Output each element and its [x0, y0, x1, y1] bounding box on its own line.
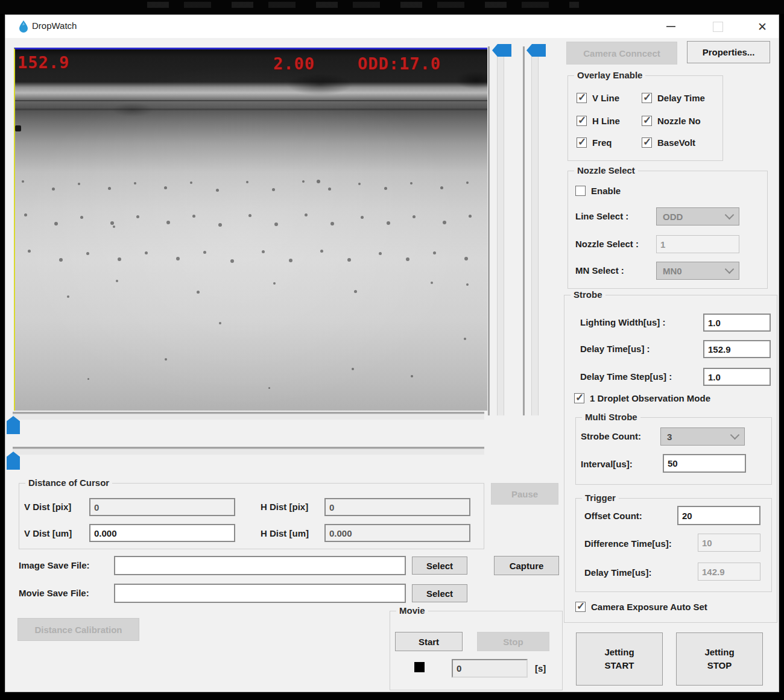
background-strip [0, 0, 784, 14]
strobe-group: Strobe Lighting Width[us] : Delay Time[u… [564, 295, 777, 623]
close-icon: ✕ [757, 20, 767, 34]
delay-time-step-field[interactable] [703, 368, 771, 386]
nozzle-enable-checkbox-icon[interactable] [575, 186, 586, 196]
checkbox-nozzle-enable[interactable]: Enable [575, 186, 621, 196]
strobe-count-label: Strobe Count: [581, 431, 641, 441]
droplet-mode-checkbox-icon[interactable] [574, 393, 584, 403]
difference-time-label: Difference Time[us]: [584, 538, 672, 549]
camera-connect-button: Camera Conncect [566, 42, 677, 65]
mn-select-value: MN0 [663, 266, 682, 276]
maximize-icon [713, 22, 723, 32]
jetting-stop-button[interactable]: Jetting STOP [676, 632, 763, 686]
movie-start-button[interactable]: Start [395, 632, 463, 651]
dropwatch-window: DropWatch ✕ 152.9 2.00 ODD:17.0 [5, 14, 779, 692]
difference-time-field [698, 534, 760, 552]
h-line-checkbox-icon[interactable] [577, 116, 587, 126]
title-bar[interactable]: DropWatch ✕ [5, 15, 779, 38]
strobe-delay-time-field[interactable] [703, 340, 771, 358]
checkbox-h-line[interactable]: H Line [577, 116, 620, 126]
checkbox-basevolt[interactable]: BaseVolt [642, 137, 695, 148]
movie-group: Movie Start Stop [s] [390, 611, 563, 690]
mn-select-label: MN Select : [575, 265, 624, 276]
camera-exposure-checkbox-icon[interactable] [575, 602, 586, 612]
movie-select-button[interactable]: Select [412, 584, 467, 602]
checkbox-droplet-observation-mode[interactable]: 1 Droplet Observation Mode [574, 393, 710, 403]
overlay-enable-title: Overlay Enable [574, 70, 645, 80]
strobe-count-dropdown: 3 [660, 427, 745, 446]
line-select-value: ODD [663, 212, 683, 222]
h-dist-pix-label: H Dist [pix] [261, 502, 308, 512]
trigger-title: Trigger [582, 493, 619, 503]
mn-select-dropdown: MN0 [656, 262, 739, 280]
delay-time-step-label: Delay Time Step[us] : [580, 371, 672, 382]
distance-calibration-button: Distance Calibration [17, 618, 139, 641]
capture-button[interactable]: Capture [494, 556, 559, 575]
pause-button: Pause [491, 483, 558, 505]
droplet-dots-layer [15, 49, 487, 411]
nozzle-select-group: Nozzle Select Enable Line Select : ODD N… [567, 171, 768, 289]
freq-checkbox-icon[interactable] [577, 137, 587, 148]
movie-stop-button: Stop [477, 632, 549, 651]
v-dist-pix-label: V Dist [pix] [24, 502, 71, 512]
nozzle-select-label: Nozzle Select : [575, 239, 639, 249]
nozzle-select-field [656, 235, 739, 253]
minimize-button[interactable] [657, 15, 684, 38]
image-save-file-label: Image Save File: [19, 560, 90, 570]
checkbox-freq[interactable]: Freq [577, 137, 612, 148]
checkbox-delay-time[interactable]: Delay Time [642, 93, 705, 103]
v-slider1-track[interactable] [488, 46, 490, 415]
maximize-button[interactable] [704, 15, 732, 38]
strobe-delay-time-label: Delay Time[us] : [580, 344, 650, 354]
overlay-enable-group: Overlay Enable V Line Delay Time H Line … [567, 75, 723, 161]
movie-save-file-label: Movie Save File: [19, 588, 89, 598]
overlay-freq: 2.00 [273, 54, 315, 73]
v-slider2-groove[interactable] [531, 46, 539, 415]
movie-group-title: Movie [396, 605, 428, 616]
close-button[interactable]: ✕ [748, 15, 776, 38]
background-artifacts [127, 2, 579, 8]
v-dist-um-field[interactable] [89, 524, 235, 542]
movie-time-field [452, 659, 528, 678]
movie-unit-label: [s] [535, 663, 546, 673]
overlay-nozzle-no: ODD:17.0 [358, 54, 441, 73]
h-slider2-groove[interactable] [13, 449, 484, 455]
image-select-button[interactable]: Select [412, 557, 467, 575]
camera-view[interactable]: 152.9 2.00 ODD:17.0 [14, 48, 487, 411]
v-slider1-handle[interactable] [492, 44, 511, 57]
lighting-width-field[interactable] [703, 314, 771, 332]
trigger-group: Trigger Offset Count: Difference Time[us… [575, 498, 772, 592]
multi-strobe-title: Multi Strobe [582, 412, 640, 422]
minimize-icon [666, 26, 675, 27]
checkbox-nozzle-no[interactable]: Nozzle No [642, 116, 701, 126]
v-slider2-track[interactable] [523, 46, 525, 415]
movie-save-file-field[interactable] [114, 584, 406, 603]
v-slider1-groove[interactable] [497, 46, 504, 415]
distance-of-cursor-group: Distance of Cursor V Dist [pix] H Dist [… [19, 483, 484, 549]
distance-of-cursor-title: Distance of Cursor [25, 478, 112, 488]
strobe-count-value: 3 [667, 432, 672, 442]
interval-field[interactable] [663, 454, 746, 473]
image-save-file-field[interactable] [114, 556, 406, 575]
basevolt-checkbox-icon[interactable] [642, 137, 652, 148]
h-dist-um-label: H Dist [um] [261, 528, 309, 538]
v-dist-pix-field [89, 498, 235, 516]
jetting-start-button[interactable]: Jetting START [576, 632, 663, 686]
record-stop-icon [414, 662, 425, 672]
v-line-checkbox-icon[interactable] [577, 93, 587, 103]
chevron-down-icon [725, 210, 735, 220]
h-dist-pix-field [324, 498, 470, 516]
lighting-width-label: Lighting Width[us] : [580, 317, 665, 327]
delay-time-checkbox-icon[interactable] [642, 93, 652, 103]
checkbox-camera-exposure-auto-set[interactable]: Camera Exposure Auto Set [575, 602, 707, 612]
multi-strobe-group: Multi Strobe Strobe Count: 3 Interval[us… [575, 417, 772, 485]
properties-button[interactable]: Properties... [687, 41, 770, 63]
checkbox-v-line[interactable]: V Line [577, 93, 619, 103]
nozzle-select-title: Nozzle Select [574, 165, 638, 175]
h-slider1-groove[interactable] [13, 414, 484, 420]
v-slider2-handle[interactable] [526, 44, 546, 57]
offset-count-label: Offset Count: [584, 511, 642, 521]
offset-count-field[interactable] [677, 506, 760, 525]
trigger-delay-time-label: Delay Time[us]: [584, 567, 651, 578]
nozzle-no-checkbox-icon[interactable] [642, 116, 652, 126]
screen: { "window": { "title": "DropWatch" }, "i… [0, 0, 784, 700]
